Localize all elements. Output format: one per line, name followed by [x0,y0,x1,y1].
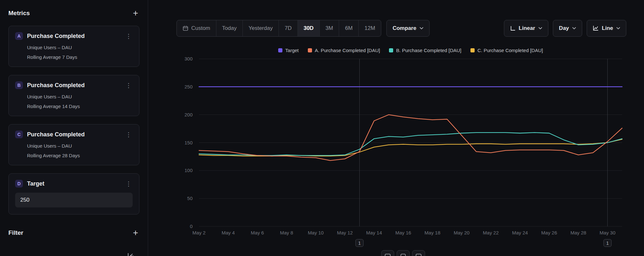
legend-item-b[interactable]: B. Purchase Completed [DAU] [389,48,461,53]
chart-area: 050100150200250300May 2May 4May 6May 8Ma… [148,54,644,254]
legend-label: B. Purchase Completed [DAU] [396,48,461,53]
range-button-7d[interactable]: 7D [279,20,298,36]
target-card[interactable]: D Target ⋮ [8,173,139,215]
legend-label: A. Purchase Completed [DAU] [315,48,380,53]
x-axis-tick-label: May 20 [454,230,469,235]
add-filter-icon[interactable]: + [132,230,139,236]
chevron-down-icon [538,27,542,30]
legend-swatch [470,48,475,52]
legend-item-c[interactable]: C. Purchase Completed [DAU] [470,48,543,53]
sidebar-header: Metrics + [8,10,139,17]
x-axis-tick-label: May 2 [193,230,206,235]
collapse-sidebar-icon[interactable] [126,252,135,256]
metric-detail: Rolling Average 14 Days [15,104,133,109]
chart-type-selector-button[interactable]: Line [587,20,626,37]
x-axis-tick-label: May 6 [251,230,264,235]
metric-subtitle: Unique Users – DAU [15,143,133,149]
metric-badge-c: C [15,131,23,138]
target-value-input[interactable] [15,193,133,207]
annotation-icon [384,253,391,256]
chart-action-button-1[interactable] [381,250,394,256]
legend-swatch [278,48,282,52]
chart-action-button-3[interactable] [412,250,425,256]
chart-type-label: Line [602,25,613,32]
add-metric-icon[interactable]: + [132,10,139,16]
filter-section-header: Filter + [8,229,139,236]
metric-card-title-row: A Purchase Completed ⋮ [15,32,133,40]
kebab-menu-icon[interactable]: ⋮ [125,32,133,40]
y-axis-tick-label: 150 [185,140,193,145]
y-axis-tick-label: 200 [185,112,193,117]
metric-card-c[interactable]: C Purchase Completed ⋮ Unique Users – DA… [8,124,139,165]
metric-card-title-row: B Purchase Completed ⋮ [15,81,133,89]
metric-badge-b: B [15,81,23,89]
y-axis-tick-label: 50 [187,196,193,201]
legend-label: C. Purchase Completed [DAU] [478,48,543,53]
range-button-label: Yesterday [249,25,273,32]
x-axis-tick-label: May 18 [424,230,440,235]
date-range-segmented-control: CustomTodayYesterday7D30D3M6M12M [176,20,381,37]
interval-selector-button[interactable]: Day [553,20,582,37]
metric-title: Purchase Completed [27,82,120,89]
range-button-label: 12M [365,25,375,32]
range-button-custom[interactable]: Custom [177,20,216,36]
kebab-menu-icon[interactable]: ⋮ [125,82,133,89]
more-icon [415,253,422,256]
metric-subtitle: Unique Users – DAU [15,94,133,99]
alert-icon [400,253,406,256]
linear-axis-icon [510,26,516,31]
legend-item-target[interactable]: Target [278,48,299,53]
chevron-down-icon [572,27,576,30]
range-button-label: 7D [285,25,292,32]
sidebar-title: Metrics [8,10,30,17]
chart-toolbar: CustomTodayYesterday7D30D3M6M12M Compare… [148,20,644,37]
x-axis-tick-label: May 8 [280,230,293,235]
line-chart-icon [593,26,599,31]
metric-detail: Rolling Average 7 Days [15,54,133,60]
compare-label: Compare [393,25,416,32]
range-button-today[interactable]: Today [216,20,242,36]
chart-bottom-actions [381,250,425,256]
chart-panel: CustomTodayYesterday7D30D3M6M12M Compare… [148,0,644,256]
target-card-title-row: D Target ⋮ [15,180,133,187]
metric-badge-d: D [15,180,23,187]
range-button-3m[interactable]: 3M [319,20,339,36]
y-axis-tick-label: 250 [185,84,193,89]
chart-action-button-2[interactable] [397,250,410,256]
range-button-label: 6M [345,25,353,32]
metric-title: Purchase Completed [27,131,120,138]
y-axis-tick-label: 0 [190,224,193,229]
range-button-6m[interactable]: 6M [339,20,358,36]
scale-selector-button[interactable]: Linear [504,20,548,37]
metrics-line-chart[interactable]: 050100150200250300May 2May 4May 6May 8Ma… [174,54,631,247]
x-axis-tick-label: May 12 [337,230,353,235]
legend-label: Target [285,48,299,53]
x-axis-tick-label: May 28 [570,230,586,235]
chevron-down-icon [616,27,620,30]
y-axis-tick-label: 300 [185,56,193,61]
metric-title: Purchase Completed [27,33,120,40]
legend-swatch [308,48,312,52]
metric-subtitle: Unique Users – DAU [15,45,133,50]
kebab-menu-icon[interactable]: ⋮ [125,180,133,187]
metric-card-title-row: C Purchase Completed ⋮ [15,131,133,138]
x-axis-tick-label: May 24 [512,230,528,235]
x-axis-tick-label: May 30 [600,230,615,235]
range-button-12m[interactable]: 12M [358,20,381,36]
range-button-label: 3M [326,25,333,32]
metric-card-b[interactable]: B Purchase Completed ⋮ Unique Users – DA… [8,75,139,116]
chevron-down-icon [420,27,423,30]
kebab-menu-icon[interactable]: ⋮ [125,131,133,138]
metrics-sidebar: Metrics + A Purchase Completed ⋮ Unique … [0,0,148,256]
legend-item-a[interactable]: A. Purchase Completed [DAU] [308,48,380,53]
x-axis-tick-label: May 22 [483,230,499,235]
y-axis-tick-label: 100 [185,168,193,173]
chart-legend: TargetA. Purchase Completed [DAU]B. Purc… [199,48,622,53]
x-axis-tick-label: May 14 [366,230,382,235]
range-button-yesterday[interactable]: Yesterday [242,20,279,36]
range-button-30d[interactable]: 30D [298,20,319,36]
compare-button[interactable]: Compare [386,20,430,37]
app-window: Metrics + A Purchase Completed ⋮ Unique … [0,0,644,256]
metric-card-a[interactable]: A Purchase Completed ⋮ Unique Users – DA… [8,26,139,67]
range-button-label: Custom [191,25,210,32]
